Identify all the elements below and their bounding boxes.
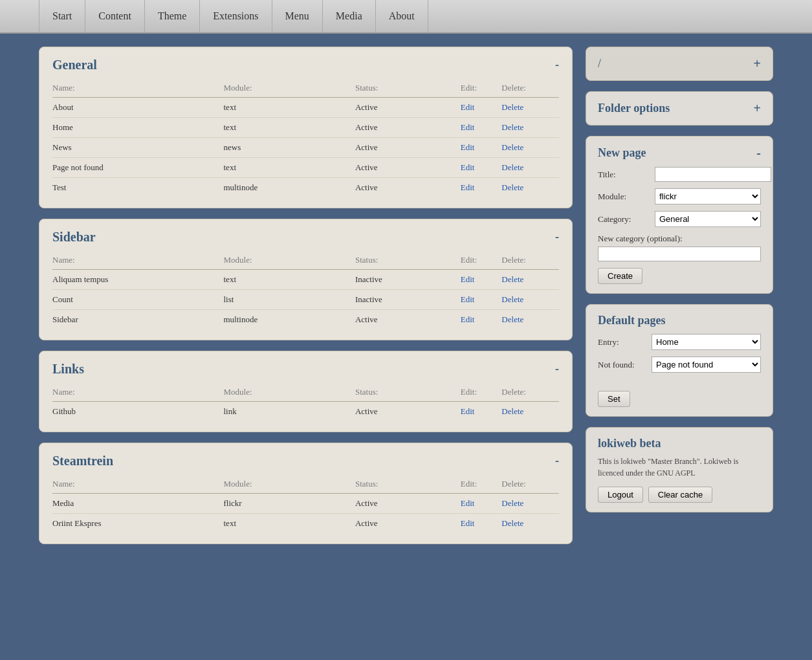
row-module: multinode <box>224 310 355 330</box>
folder-options-title: Folder options <box>598 102 670 115</box>
sidebar-col-status: Status: <box>355 252 461 270</box>
row-name: Media <box>52 494 224 514</box>
steamtrein-col-status: Status: <box>355 476 461 494</box>
edit-link[interactable]: Edit <box>461 406 475 416</box>
nav-extensions[interactable]: Extensions <box>200 0 272 32</box>
steamtrein-toggle[interactable]: - <box>555 454 559 468</box>
table-row: TestmultinodeActiveEditDelete <box>52 178 559 198</box>
steamtrein-col-edit: Edit: <box>461 476 502 494</box>
nav-about[interactable]: About <box>376 0 428 32</box>
nav-content[interactable]: Content <box>85 0 145 32</box>
edit-link[interactable]: Edit <box>461 498 475 508</box>
delete-link[interactable]: Delete <box>501 406 523 416</box>
lokiweb-title: lokiweb beta <box>598 437 761 450</box>
delete-link[interactable]: Delete <box>501 518 523 528</box>
delete-link[interactable]: Delete <box>501 294 523 304</box>
nav-start[interactable]: Start <box>39 0 85 32</box>
table-row: GithublinkActiveEditDelete <box>52 402 559 422</box>
general-toggle[interactable]: - <box>555 58 559 72</box>
sidebar-toggle[interactable]: - <box>555 230 559 244</box>
row-module: list <box>224 290 355 310</box>
sidebar-col-edit: Edit: <box>461 252 502 270</box>
sidebar-panel: Sidebar - Name: Module: Status: Edit: De… <box>39 219 573 340</box>
new-page-title: New page <box>598 146 646 160</box>
row-module: news <box>224 138 355 158</box>
edit-link[interactable]: Edit <box>461 274 475 284</box>
delete-link[interactable]: Delete <box>501 162 523 172</box>
logout-button[interactable]: Logout <box>598 487 643 503</box>
table-row: Oriint EksprestextActiveEditDelete <box>52 514 559 534</box>
new-page-title-label: Title: <box>598 170 650 180</box>
top-navigation: Start Content Theme Extensions Menu Medi… <box>0 0 812 34</box>
general-col-edit: Edit: <box>461 80 502 98</box>
links-table: Name: Module: Status: Edit: Delete: Gith… <box>52 384 559 421</box>
default-pages-panel: Default pages Entry: HomeAboutNewsPage n… <box>586 304 773 417</box>
row-status: Active <box>355 138 461 158</box>
edit-link[interactable]: Edit <box>461 294 475 304</box>
edit-link[interactable]: Edit <box>461 314 475 324</box>
nav-menu[interactable]: Menu <box>272 0 323 32</box>
left-column: General - Name: Module: Status: Edit: De… <box>39 47 573 544</box>
row-name: Test <box>52 178 224 198</box>
sidebar-col-name: Name: <box>52 252 224 270</box>
slash-toggle[interactable]: + <box>754 56 761 71</box>
delete-link[interactable]: Delete <box>501 274 523 284</box>
lokiweb-description: This is lokiweb "Master Branch". Lokiweb… <box>598 456 761 479</box>
clear-cache-button[interactable]: Clear cache <box>648 487 712 503</box>
row-status: Inactive <box>355 290 461 310</box>
general-col-module: Module: <box>224 80 355 98</box>
row-name: Page not found <box>52 158 224 178</box>
entry-label: Entry: <box>598 337 646 347</box>
new-page-toggle[interactable]: - <box>756 146 761 160</box>
new-page-module-select[interactable]: flickrtextnewslistmultinodelink <box>655 188 761 204</box>
general-table: Name: Module: Status: Edit: Delete: Abou… <box>52 80 559 197</box>
links-col-name: Name: <box>52 384 224 402</box>
new-page-module-label: Module: <box>598 192 650 202</box>
row-name: Sidebar <box>52 310 224 330</box>
delete-link[interactable]: Delete <box>501 122 523 132</box>
delete-link[interactable]: Delete <box>501 498 523 508</box>
sidebar-table: Name: Module: Status: Edit: Delete: Aliq… <box>52 252 559 329</box>
new-category-input[interactable] <box>598 247 761 261</box>
folder-options-toggle[interactable]: + <box>754 101 761 116</box>
edit-link[interactable]: Edit <box>461 162 475 172</box>
edit-link[interactable]: Edit <box>461 142 475 152</box>
row-module: text <box>224 514 355 534</box>
delete-link[interactable]: Delete <box>501 314 523 324</box>
row-status: Active <box>355 158 461 178</box>
default-pages-title: Default pages <box>598 314 666 327</box>
delete-link[interactable]: Delete <box>501 182 523 192</box>
nav-media[interactable]: Media <box>323 0 376 32</box>
row-module: multinode <box>224 178 355 198</box>
edit-link[interactable]: Edit <box>461 182 475 192</box>
entry-select[interactable]: HomeAboutNewsPage not foundTest <box>652 334 761 350</box>
new-page-panel: New page - Title: Module: flickrtextnews… <box>586 136 773 294</box>
sidebar-col-module: Module: <box>224 252 355 270</box>
new-page-title-input[interactable] <box>655 167 771 182</box>
set-button[interactable]: Set <box>598 391 630 407</box>
table-row: SidebarmultinodeActiveEditDelete <box>52 310 559 330</box>
not-found-label: Not found: <box>598 360 646 370</box>
row-status: Active <box>355 98 461 118</box>
edit-link[interactable]: Edit <box>461 122 475 132</box>
delete-link[interactable]: Delete <box>501 142 523 152</box>
slash-panel: / + <box>586 47 773 81</box>
edit-link[interactable]: Edit <box>461 102 475 112</box>
row-name: Github <box>52 402 224 422</box>
row-module: text <box>224 270 355 290</box>
links-col-status: Status: <box>355 384 461 402</box>
nav-theme[interactable]: Theme <box>145 0 200 32</box>
new-page-category-select[interactable]: General <box>655 211 761 227</box>
edit-link[interactable]: Edit <box>461 518 475 528</box>
row-name: Home <box>52 118 224 138</box>
sidebar-col-delete: Delete: <box>501 252 559 270</box>
delete-link[interactable]: Delete <box>501 102 523 112</box>
create-button[interactable]: Create <box>598 268 642 284</box>
not-found-select[interactable]: Page not foundHomeAboutNewsTest <box>652 357 761 373</box>
row-module: text <box>224 118 355 138</box>
row-status: Active <box>355 310 461 330</box>
new-category-label: New category (optional): <box>598 234 761 244</box>
steamtrein-title: Steamtrein <box>52 454 113 468</box>
general-col-delete: Delete: <box>501 80 559 98</box>
links-toggle[interactable]: - <box>555 362 559 376</box>
